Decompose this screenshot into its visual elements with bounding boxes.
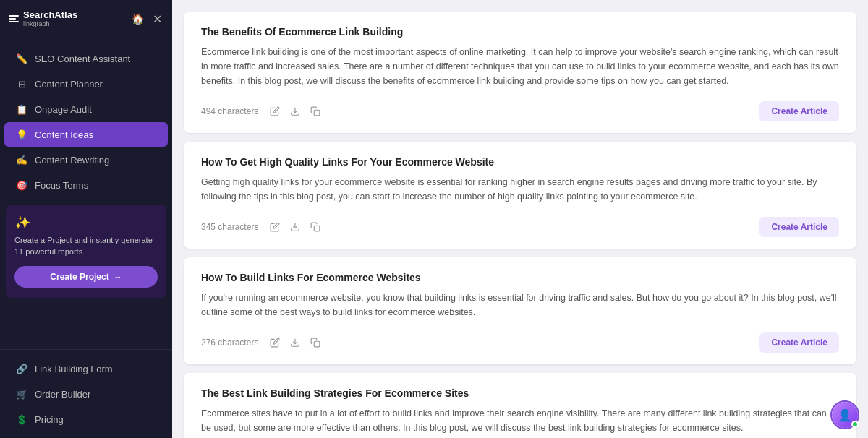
article-title: How To Build Links For Ecommerce Website…	[201, 272, 839, 283]
logo-name: SearchAtlas	[23, 10, 77, 20]
card-meta: 494 characters	[201, 105, 322, 118]
card-footer: 345 characters	[201, 217, 839, 237]
copy-button[interactable]	[309, 105, 322, 118]
create-article-button[interactable]: Create Article	[760, 332, 839, 353]
menu-icon	[9, 15, 19, 22]
edit-button[interactable]	[268, 105, 281, 118]
main-content: The Benefits Of Ecommerce Link Building …	[172, 0, 868, 438]
card-meta: 345 characters	[201, 220, 322, 233]
promo-text: Create a Project and instantly generate …	[14, 235, 158, 257]
sidebar-item-content-rewriting[interactable]: ✍️ Content Rewriting	[4, 147, 168, 172]
article-card: How To Build Links For Ecommerce Website…	[184, 257, 856, 364]
char-count: 276 characters	[201, 338, 258, 348]
sidebar-item-content-ideas[interactable]: 💡 Content Ideas	[4, 122, 168, 147]
article-body: Getting high quality links for your ecom…	[201, 175, 839, 204]
article-title: The Best Link Building Strategies For Ec…	[201, 387, 839, 399]
sidebar: SearchAtlas linkgraph 🏠 ✕ ✏️ SEO Content…	[0, 0, 172, 438]
svg-rect-3	[315, 226, 320, 231]
create-project-button[interactable]: Create Project →	[14, 266, 158, 288]
sidebar-item-pricing[interactable]: 💲 Pricing	[4, 407, 168, 431]
sidebar-item-link-building-form[interactable]: 🔗 Link Building Form	[4, 356, 168, 381]
sidebar-item-seo-content-assistant[interactable]: ✏️ SEO Content Assistant	[4, 46, 168, 71]
article-body: Ecommerce link building is one of the mo…	[201, 45, 839, 88]
card-meta: 276 characters	[201, 336, 322, 349]
edit-button[interactable]	[268, 336, 281, 349]
close-button[interactable]: ✕	[151, 11, 163, 27]
card-actions	[268, 336, 322, 349]
sidebar-item-focus-terms[interactable]: 🎯 Focus Terms	[4, 173, 168, 197]
sidebar-item-label: Pricing	[35, 414, 64, 425]
svg-rect-1	[315, 110, 320, 116]
article-card: How To Get High Quality Links For Your E…	[184, 142, 856, 249]
char-count: 345 characters	[201, 222, 258, 232]
sidebar-navigation: ✏️ SEO Content Assistant ⊞ Content Plann…	[0, 38, 172, 349]
sidebar-bottom-nav: 🔗 Link Building Form 🛒 Order Builder 💲 P…	[0, 349, 172, 438]
card-actions	[268, 220, 322, 233]
download-button[interactable]	[289, 220, 302, 233]
promo-icon: ✨	[14, 215, 158, 231]
logo-text-block: SearchAtlas linkgraph	[23, 10, 77, 27]
create-project-label: Create Project	[50, 272, 109, 282]
char-count: 494 characters	[201, 106, 258, 116]
download-button[interactable]	[289, 336, 302, 349]
card-footer: 276 characters	[201, 332, 839, 353]
sidebar-item-order-builder[interactable]: 🛒 Order Builder	[4, 382, 168, 406]
home-button[interactable]: 🏠	[127, 12, 148, 26]
grid-icon: ⊞	[16, 78, 27, 90]
sidebar-item-content-planner[interactable]: ⊞ Content Planner	[4, 72, 168, 96]
sidebar-item-label: Onpage Audit	[35, 104, 92, 115]
copy-button[interactable]	[309, 336, 322, 349]
sidebar-header: SearchAtlas linkgraph 🏠 ✕	[0, 0, 172, 38]
link-icon: 🔗	[16, 363, 27, 374]
article-title: The Benefits Of Ecommerce Link Building	[201, 26, 839, 38]
lightbulb-icon: 💡	[16, 129, 27, 140]
card-footer: 494 characters	[201, 101, 839, 121]
pen-icon: ✏️	[16, 53, 27, 64]
card-actions	[268, 105, 322, 118]
sidebar-item-label: Order Builder	[35, 389, 90, 400]
article-body: Ecommerce sites have to put in a lot of …	[201, 406, 839, 435]
svg-rect-5	[315, 341, 320, 347]
create-article-button[interactable]: Create Article	[760, 101, 839, 121]
sidebar-item-label: Content Planner	[35, 79, 103, 90]
copy-button[interactable]	[309, 220, 322, 233]
rewrite-icon: ✍️	[16, 154, 27, 166]
article-card: The Benefits Of Ecommerce Link Building …	[184, 12, 856, 133]
create-article-button[interactable]: Create Article	[760, 217, 839, 237]
arrow-icon: →	[114, 272, 122, 282]
audit-icon: 📋	[16, 103, 27, 115]
article-card: The Best Link Building Strategies For Ec…	[184, 373, 856, 438]
sidebar-logo: SearchAtlas linkgraph	[9, 10, 77, 27]
edit-button[interactable]	[268, 220, 281, 233]
logo-sub: linkgraph	[23, 20, 77, 27]
cart-icon: 🛒	[16, 388, 27, 400]
article-title: How To Get High Quality Links For Your E…	[201, 156, 839, 168]
sidebar-item-label: Content Rewriting	[35, 155, 109, 166]
article-body: If you're running an ecommerce website, …	[201, 291, 839, 319]
download-button[interactable]	[289, 105, 302, 118]
sidebar-item-label: Link Building Form	[35, 364, 113, 374]
online-status-dot	[851, 421, 859, 428]
sidebar-item-label: Content Ideas	[35, 129, 93, 140]
sidebar-item-label: SEO Content Assistant	[35, 53, 130, 64]
promo-box: ✨ Create a Project and instantly generat…	[6, 205, 166, 298]
sidebar-item-onpage-audit[interactable]: 📋 Onpage Audit	[4, 97, 168, 121]
sidebar-item-label: Focus Terms	[35, 180, 88, 191]
dollar-icon: 💲	[16, 413, 27, 425]
target-icon: 🎯	[16, 179, 27, 191]
